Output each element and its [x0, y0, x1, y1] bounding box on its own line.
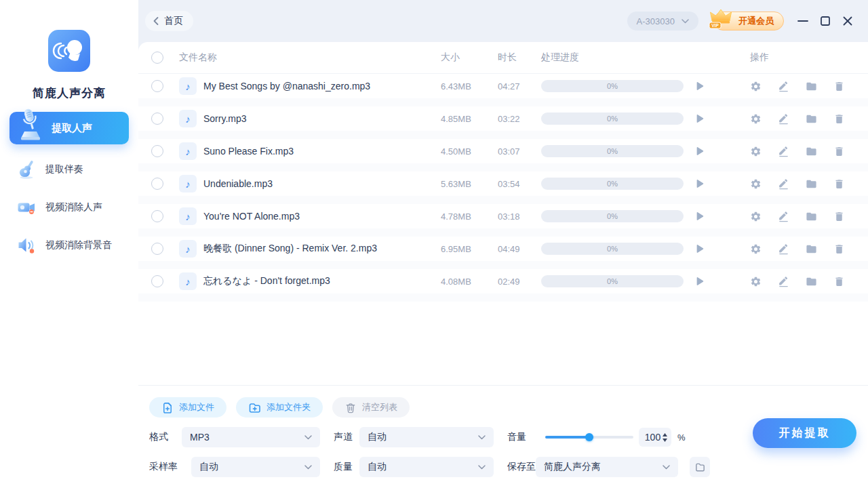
open-folder-icon[interactable] — [806, 178, 817, 190]
format-value: MP3 — [190, 432, 210, 443]
vip-upgrade-button[interactable]: VIP 开通会员 — [713, 12, 784, 30]
saveto-label: 保存至 — [507, 461, 536, 473]
edit-pencil-icon[interactable] — [778, 146, 789, 157]
saveto-select[interactable]: 简鹿人声分离 — [536, 457, 678, 477]
edit-pencil-icon[interactable] — [778, 113, 789, 125]
chevron-down-icon — [478, 435, 486, 440]
open-folder-icon[interactable] — [806, 113, 817, 125]
vip-upgrade-label: 开通会员 — [738, 15, 774, 27]
row-checkbox[interactable] — [151, 243, 163, 255]
edit-pencil-icon[interactable] — [778, 243, 789, 255]
delete-trash-icon[interactable] — [833, 243, 845, 255]
sidebar-item-extract-vocals[interactable]: 提取人声 — [9, 112, 129, 144]
settings-gear-icon[interactable] — [750, 276, 762, 287]
delete-trash-icon[interactable] — [833, 276, 845, 287]
progress-value: 0% — [607, 115, 618, 123]
sidebar-item-extract-accompaniment[interactable]: 提取伴奏 — [9, 157, 129, 182]
sidebar-item-label: 视频消除背景音 — [45, 239, 112, 251]
edit-pencil-icon[interactable] — [778, 211, 789, 222]
add-folder-button[interactable]: 添加文件夹 — [236, 397, 323, 418]
file-name-cell: ♪ Suno Please Fix.mp3 — [176, 142, 441, 160]
minimize-button[interactable] — [795, 13, 811, 29]
volume-input[interactable]: 100 — [639, 428, 671, 447]
edit-pencil-icon[interactable] — [778, 81, 789, 92]
open-folder-icon[interactable] — [806, 81, 817, 92]
browse-folder-button[interactable] — [690, 457, 710, 477]
delete-trash-icon[interactable] — [833, 113, 845, 125]
titlebar: 首页 A-303030 VIP 开通会员 — [138, 0, 868, 42]
file-plus-icon — [161, 401, 174, 414]
edit-pencil-icon[interactable] — [778, 276, 789, 287]
settings-gear-icon[interactable] — [750, 243, 762, 255]
play-button[interactable] — [693, 210, 705, 222]
volume-stepper[interactable] — [663, 433, 667, 442]
progress-bar: 0% — [541, 178, 684, 190]
file-duration: 04:49 — [498, 244, 541, 254]
chevron-down-icon — [682, 19, 689, 24]
sidebar-item-video-remove-vocals[interactable]: 视频消除人声 — [9, 195, 129, 220]
trash-outline-icon — [344, 401, 357, 414]
edit-pencil-icon[interactable] — [778, 178, 789, 190]
play-button[interactable] — [693, 178, 705, 190]
delete-trash-icon[interactable] — [833, 146, 845, 157]
delete-trash-icon[interactable] — [833, 211, 845, 222]
play-button[interactable] — [693, 145, 705, 157]
channel-select[interactable]: 自动 — [359, 427, 494, 447]
select-all-checkbox[interactable] — [151, 52, 163, 64]
column-header-actions: 操作 — [720, 52, 868, 64]
open-folder-icon[interactable] — [806, 243, 817, 255]
file-name-cell: ♪ My Best Songs by @nanashi_zero.mp3 — [176, 77, 441, 95]
table-row: ♪ Suno Please Fix.mp3 4.50MB 03:07 0% — [138, 139, 868, 171]
music-note-icon: ♪ — [179, 240, 197, 258]
sidebar: 简鹿人声分离 提取人声 — [0, 0, 138, 488]
back-home-label: 首页 — [164, 15, 183, 27]
progress-cell: 0% — [541, 113, 693, 125]
sidebar-item-video-remove-bgm[interactable]: 视频消除背景音 — [9, 232, 129, 258]
progress-cell: 0% — [541, 275, 693, 287]
play-button[interactable] — [693, 275, 705, 287]
stepper-down-icon[interactable] — [663, 439, 667, 442]
settings-gear-icon[interactable] — [750, 178, 762, 190]
sidebar-nav: 提取人声 提取伴奏 — [0, 112, 138, 258]
add-file-button[interactable]: 添加文件 — [149, 397, 226, 418]
play-button[interactable] — [693, 243, 705, 255]
row-checkbox[interactable] — [151, 210, 163, 222]
account-dropdown[interactable]: A-303030 — [627, 12, 698, 30]
music-note-icon: ♪ — [179, 207, 197, 225]
chevron-left-icon — [153, 16, 159, 26]
volume-slider[interactable] — [545, 433, 633, 441]
clear-list-button[interactable]: 清空列表 — [332, 397, 410, 418]
play-button[interactable] — [693, 80, 705, 92]
close-icon — [840, 14, 855, 28]
back-home-button[interactable]: 首页 — [145, 11, 193, 31]
format-select[interactable]: MP3 — [182, 427, 320, 447]
start-extraction-button[interactable]: 开始提取 — [753, 418, 856, 448]
progress-bar: 0% — [541, 275, 684, 287]
open-folder-icon[interactable] — [806, 211, 817, 222]
delete-trash-icon[interactable] — [833, 178, 845, 190]
music-note-icon: ♪ — [179, 142, 197, 160]
open-folder-icon[interactable] — [806, 146, 817, 157]
row-checkbox[interactable] — [151, 145, 163, 157]
quality-select[interactable]: 自动 — [359, 457, 494, 477]
slider-thumb[interactable] — [585, 433, 593, 441]
table-row: ♪ My Best Songs by @nanashi_zero.mp3 6.4… — [138, 74, 868, 106]
open-folder-icon[interactable] — [806, 276, 817, 287]
play-button[interactable] — [693, 113, 705, 125]
settings-gear-icon[interactable] — [750, 81, 762, 92]
maximize-button[interactable] — [817, 13, 833, 29]
chevron-down-icon — [663, 465, 670, 470]
stepper-up-icon[interactable] — [663, 433, 667, 436]
samplerate-select[interactable]: 自动 — [191, 457, 320, 477]
row-checkbox[interactable] — [151, 80, 163, 92]
folder-outline-icon — [694, 462, 706, 473]
settings-gear-icon[interactable] — [750, 113, 762, 125]
progress-cell: 0% — [541, 210, 693, 222]
row-checkbox[interactable] — [151, 113, 163, 125]
row-checkbox[interactable] — [151, 178, 163, 190]
row-checkbox[interactable] — [151, 275, 163, 287]
close-button[interactable] — [840, 13, 856, 29]
settings-gear-icon[interactable] — [750, 146, 762, 157]
delete-trash-icon[interactable] — [833, 81, 845, 92]
settings-gear-icon[interactable] — [750, 211, 762, 222]
